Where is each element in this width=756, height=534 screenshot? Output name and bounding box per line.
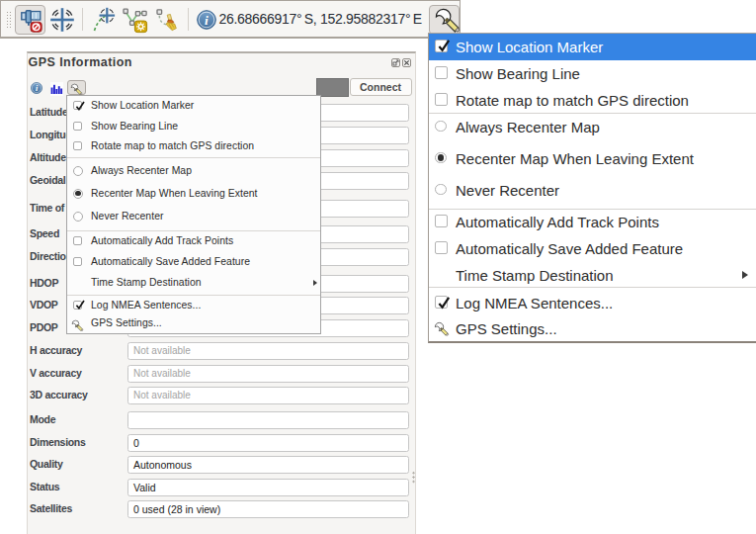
svg-text:i: i bbox=[205, 12, 209, 27]
